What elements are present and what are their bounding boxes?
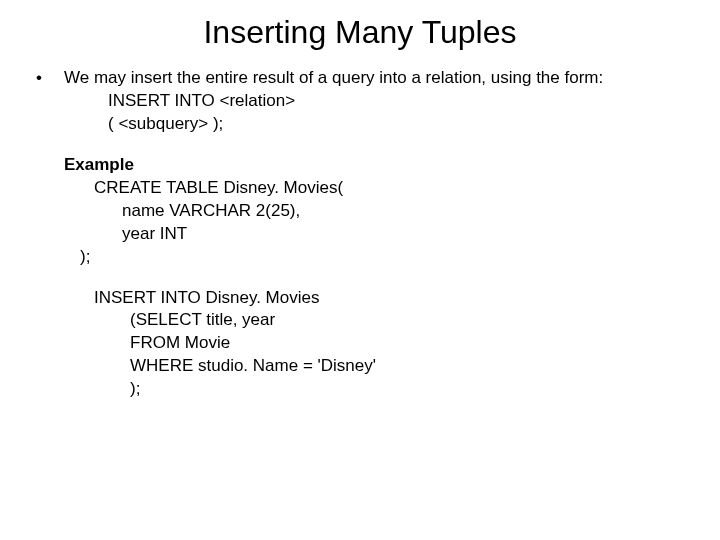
example-heading: Example	[30, 154, 690, 177]
bullet-text: We may insert the entire result of a que…	[64, 67, 603, 90]
code-line: CREATE TABLE Disney. Movies(	[30, 177, 690, 200]
slide-body: • We may insert the entire result of a q…	[30, 67, 690, 401]
slide: Inserting Many Tuples • We may insert th…	[0, 0, 720, 540]
bullet-marker: •	[30, 67, 64, 90]
code-line: name VARCHAR 2(25),	[30, 200, 690, 223]
syntax-line: INSERT INTO <relation>	[30, 90, 690, 113]
code-line: INSERT INTO Disney. Movies	[30, 287, 690, 310]
slide-title: Inserting Many Tuples	[30, 14, 690, 51]
syntax-line: ( <subquery> );	[30, 113, 690, 136]
code-line: year INT	[30, 223, 690, 246]
code-line: (SELECT title, year	[30, 309, 690, 332]
code-line: WHERE studio. Name = 'Disney'	[30, 355, 690, 378]
bullet-item: • We may insert the entire result of a q…	[30, 67, 690, 90]
code-line: );	[30, 246, 690, 269]
code-line: );	[30, 378, 690, 401]
code-line: FROM Movie	[30, 332, 690, 355]
